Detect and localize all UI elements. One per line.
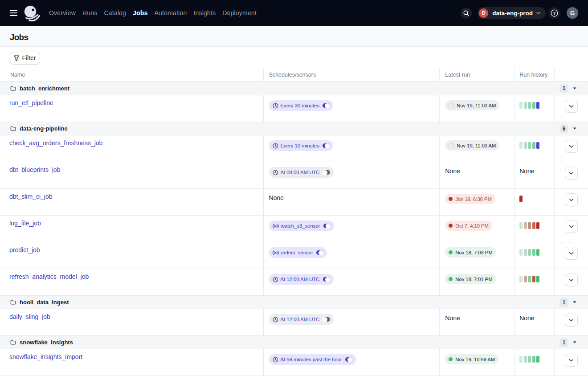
svg-text:?: ?: [553, 11, 555, 15]
